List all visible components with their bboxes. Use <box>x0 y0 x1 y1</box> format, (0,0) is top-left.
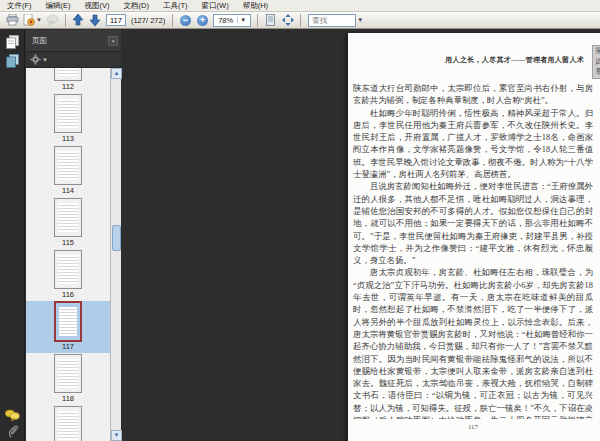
main-area: 页面 ▪ ▼ 112113114115116117118 <box>0 30 600 441</box>
menu-item-1[interactable]: 编辑(E) <box>39 0 78 11</box>
paperclip-icon <box>7 425 19 439</box>
body-paragraph: 陕东道大行台司勋郎中，太宗即位后，累官至尚书右仆射，与房玄龄共为辅弼，制定各种典… <box>353 83 593 108</box>
menu-item-4[interactable]: 工具(T) <box>156 0 195 11</box>
toolbar: ▼ (127/ 272) − + 78% <box>0 12 600 29</box>
toolbar-separator <box>300 14 301 27</box>
printer-icon <box>6 14 19 26</box>
next-page-button[interactable] <box>88 13 103 28</box>
toolbar-separator <box>257 14 258 27</box>
bookmarks-icon <box>6 54 19 68</box>
thumbnail-page-label: 114 <box>26 186 110 195</box>
menu-item-2[interactable]: 视图(V) <box>78 0 117 11</box>
document-canvas[interactable]: 第四章 用人之长，人尽其才——管理者用人留人术 陕东道大行台司勋郎中，太宗即位后… <box>122 30 600 441</box>
zoom-in-button[interactable]: + <box>195 13 210 28</box>
attachments-panel-button[interactable] <box>4 424 21 440</box>
page-thumbnail-117[interactable]: 117 <box>26 301 110 353</box>
scroll-up-icon[interactable]: ▲ <box>111 68 122 79</box>
thumbnail-list: 112113114115116117118 <box>26 68 110 441</box>
page-thumbnail-112[interactable]: 112 <box>26 68 110 93</box>
chapter-tab-char: 章 <box>595 67 600 78</box>
thumbnail-page-label: 115 <box>26 238 110 247</box>
arrow-down-icon <box>89 14 101 26</box>
thumbnail-page-label: 113 <box>26 134 110 143</box>
page-thumbnail-114[interactable]: 114 <box>26 145 110 197</box>
chapter-tab-char: 四 <box>595 57 600 68</box>
thumbnail-page-label: 116 <box>26 290 110 299</box>
page-scroll-icon <box>265 14 276 26</box>
menu-bar: 文件(F)编辑(E)视图(V)文档(D)工具(T)窗口(W)帮助(H) <box>0 0 600 12</box>
document-page: 第四章 用人之长，人尽其才——管理者用人留人术 陕东道大行台司勋郎中，太宗即位后… <box>348 33 600 441</box>
previous-page-button[interactable] <box>71 13 86 28</box>
page-count-label: (127/ 272) <box>131 16 165 25</box>
panel-menu-button[interactable]: ▪ <box>108 36 118 46</box>
collaborate-button[interactable] <box>45 13 60 28</box>
thumbnail-page-image[interactable] <box>54 68 82 81</box>
zoom-out-button[interactable]: − <box>178 13 193 28</box>
search-input[interactable] <box>308 14 356 27</box>
menu-item-3[interactable]: 文档(D) <box>117 0 156 11</box>
body-paragraph: 且说房玄龄闻知杜如晦外迁，便对李世民进言：“王府僚属外迁的人很多，其他人都不足惜… <box>353 181 593 267</box>
page-thumbnail-partial[interactable] <box>26 405 110 441</box>
chevron-down-icon: ▼ <box>237 17 248 23</box>
page-body-text: 陕东道大行台司勋郎中，太宗即位后，累官至尚书右仆射，与房玄龄共为辅弼，制定各种典… <box>353 83 593 419</box>
options-gear-icon[interactable] <box>30 54 41 65</box>
thumbnail-page-image[interactable] <box>54 198 82 237</box>
pages-icon <box>6 35 19 49</box>
menu-item-5[interactable]: 窗口(W) <box>195 0 236 11</box>
thumbnail-page-label: 112 <box>26 82 110 91</box>
panel-header: 页面 ▪ <box>26 30 121 52</box>
page-thumbnail-115[interactable]: 115 <box>26 197 110 249</box>
zoom-level-value: 78% <box>216 16 237 25</box>
page-thumbnail-113[interactable]: 113 <box>26 93 110 145</box>
pages-panel: 页面 ▪ ▼ 112113114115116117118 <box>26 30 121 441</box>
comments-panel-button[interactable] <box>4 407 21 423</box>
toolbar-separator <box>65 14 66 27</box>
scroll-down-icon[interactable]: ▼ <box>111 430 122 441</box>
collaborate-icon <box>46 14 59 26</box>
chevron-down-icon: ▼ <box>36 17 42 23</box>
bookmarks-panel-button[interactable] <box>4 53 21 69</box>
pdf-reader-window: 文件(F)编辑(E)视图(V)文档(D)工具(T)窗口(W)帮助(H) ▼ <box>0 0 600 441</box>
panel-options-bar: ▼ <box>26 52 121 68</box>
panel-title: 页面 <box>26 36 108 46</box>
page-thumbnail-118[interactable]: 118 <box>26 353 110 405</box>
thumbnail-page-image[interactable] <box>54 250 82 289</box>
minus-icon: − <box>180 15 191 26</box>
thumbnail-page-image[interactable] <box>54 94 82 133</box>
scrollbar-thumb[interactable] <box>112 225 121 251</box>
search-options-caret[interactable]: ▼ <box>357 17 363 23</box>
pages-panel-button[interactable] <box>4 34 21 50</box>
zoom-level-select[interactable]: 78% ▼ <box>213 14 251 27</box>
body-paragraph: 唐太宗贞观初年，房玄龄、杜如晦任左右相，珠联璧合，为“贞观之治”立下汗马功劳。杜… <box>353 267 593 419</box>
fit-window-icon <box>282 14 294 26</box>
plus-icon: + <box>197 15 208 26</box>
print-button[interactable] <box>5 13 20 28</box>
chapter-tab-char: 第 <box>595 46 600 57</box>
thumbnail-page-image[interactable] <box>54 146 82 185</box>
menu-item-6[interactable]: 帮助(H) <box>236 0 275 11</box>
page-thumbnail-116[interactable]: 116 <box>26 249 110 301</box>
thumbnail-page-label: 117 <box>26 342 110 351</box>
page-number-input[interactable] <box>106 14 126 26</box>
export-button[interactable]: ▼ <box>22 13 43 28</box>
chapter-tab: 第四章 <box>592 45 600 79</box>
navigation-panel-strip <box>0 30 25 441</box>
menu-item-0[interactable]: 文件(F) <box>0 0 39 11</box>
body-paragraph: 杜如晦少年时聪明伶俐，悟性极高，精神风采超于常人。归唐后，李世民任用他为秦王府兵… <box>353 108 593 182</box>
thumbnail-page-image[interactable] <box>54 301 82 342</box>
chevron-down-icon[interactable]: ▼ <box>42 57 48 63</box>
thumbnail-scrollbar[interactable]: ▲ ▼ <box>110 68 121 441</box>
export-document-icon <box>23 14 35 26</box>
running-head: 用人之长，人尽其才——管理者用人留人术 <box>352 55 584 65</box>
comments-icon <box>5 409 20 422</box>
fit-window-button[interactable] <box>280 13 295 28</box>
scrolling-mode-button[interactable] <box>263 13 278 28</box>
toolbar-separator <box>172 14 173 27</box>
arrow-up-icon <box>72 14 84 26</box>
page-number-footer: 117 <box>353 423 593 431</box>
thumbnail-page-image[interactable] <box>54 406 82 441</box>
thumbnail-page-image[interactable] <box>54 354 82 393</box>
thumbnail-page-label: 118 <box>26 394 110 403</box>
